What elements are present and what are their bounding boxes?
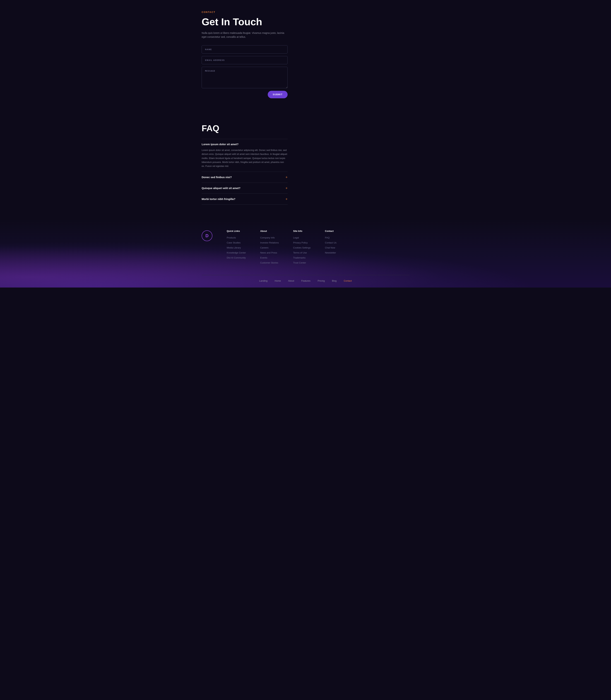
faq-question-row[interactable]: Donec sed finibus nisi?+ — [202, 176, 287, 179]
name-input[interactable] — [202, 45, 287, 54]
footer-link-item: News and Press — [260, 251, 279, 254]
footer-link-item: Investor Relations — [260, 241, 279, 244]
footer-bottom-nav-link[interactable]: Pricing — [318, 279, 325, 282]
footer-link-item: FAQ — [325, 236, 337, 239]
footer-link[interactable]: Company Info — [260, 236, 275, 239]
contact-description: Nulla quis lorem ut libero malesuada feu… — [202, 31, 287, 39]
faq-item: Morbi tortor nibh fringilla?+ — [202, 194, 287, 204]
faq-item: Quisque aliquet velit sit amet?+ — [202, 183, 287, 194]
footer-link-item: Media Library — [227, 246, 246, 249]
footer-link[interactable]: Knowledge Center — [227, 252, 246, 254]
footer-logo: D — [202, 230, 212, 241]
footer-link[interactable]: Contact Us — [325, 241, 337, 244]
footer-col: ContactFAQContact UsChat NowNewsletter — [325, 230, 337, 264]
footer-link[interactable]: Careers — [260, 246, 268, 249]
footer-top: D Quick LinksProductsCase StudiesMedia L… — [202, 230, 409, 264]
footer-link-item: Legal — [293, 236, 311, 239]
footer-link-item: Knowledge Center — [227, 251, 246, 254]
faq-item: Donec sed finibus nisi?+ — [202, 172, 287, 183]
contact-label: CONTACT — [202, 11, 409, 13]
faq-title: FAQ — [202, 123, 409, 133]
footer-link-item: Customer Stories — [260, 261, 279, 264]
footer-link[interactable]: Legal — [293, 236, 299, 239]
footer-link-item: Contact Us — [325, 241, 337, 244]
plus-icon: + — [285, 186, 287, 190]
contact-form: SUBMIT — [202, 45, 287, 98]
footer-link[interactable]: Divi AI Community — [227, 256, 246, 259]
faq-question-row[interactable]: Morbi tortor nibh fringilla?+ — [202, 197, 287, 201]
footer-link[interactable]: Case Studies — [227, 241, 240, 244]
footer-bottom-nav-link[interactable]: Home — [275, 279, 281, 282]
faq-question: Morbi tortor nibh fringilla? — [202, 197, 235, 200]
footer-logo-letter: D — [205, 233, 208, 238]
footer-link[interactable]: News and Press — [260, 252, 277, 254]
footer-link-item: Case Studies — [227, 241, 246, 244]
footer-link[interactable]: Chat Now — [325, 246, 335, 249]
footer-link-item: Trademarks — [293, 256, 311, 259]
footer-bottom-nav-link[interactable]: Contact — [344, 279, 352, 282]
footer-bottom-nav-link[interactable]: About — [288, 279, 294, 282]
faq-question-row[interactable]: Quisque aliquet velit sit amet?+ — [202, 186, 287, 190]
faq-question: Quisque aliquet velit sit amet? — [202, 186, 240, 189]
footer-bottom-nav: LandingHomeAboutFeaturesPricingBlogConta… — [202, 275, 409, 282]
message-textarea[interactable] — [202, 67, 287, 88]
footer-col-heading: About — [260, 230, 279, 232]
footer-col-heading: Quick Links — [227, 230, 246, 232]
footer-link-item: Careers — [260, 246, 279, 249]
footer-link-item: Privacy Policy — [293, 241, 311, 244]
footer-bottom-nav-link[interactable]: Blog — [332, 279, 337, 282]
footer-link-item: Company Info — [260, 236, 279, 239]
footer-bottom-nav-link[interactable]: Landing — [259, 279, 268, 282]
footer-link-item: Terms of Use — [293, 251, 311, 254]
footer-col: Site InfoLegalPrivacy PolicyCookies Sett… — [293, 230, 311, 264]
footer-col: AboutCompany InfoInvestor RelationsCaree… — [260, 230, 279, 264]
faq-question: Donec sed finibus nisi? — [202, 176, 232, 179]
footer-link[interactable]: Terms of Use — [293, 252, 307, 254]
footer-link[interactable]: Privacy Policy — [293, 241, 308, 244]
footer-link-item: Chat Now — [325, 246, 337, 249]
footer-col-heading: Site Info — [293, 230, 311, 232]
footer-link[interactable]: Investor Relations — [260, 241, 279, 244]
footer: D Quick LinksProductsCase StudiesMedia L… — [0, 219, 611, 288]
footer-link[interactable]: Customer Stories — [260, 261, 278, 264]
footer-link[interactable]: Trademarks — [293, 256, 306, 259]
plus-icon: + — [285, 176, 287, 179]
footer-columns: Quick LinksProductsCase StudiesMedia Lib… — [227, 230, 409, 264]
footer-link[interactable]: Newsletter — [325, 252, 336, 254]
contact-section: CONTACT Get In Touch Nulla quis lorem ut… — [202, 0, 409, 112]
faq-list: Lorem ipsum dolor sit amet?Lorem ipsum d… — [202, 139, 287, 204]
footer-link[interactable]: Events — [260, 256, 267, 259]
faq-question: Lorem ipsum dolor sit amet? — [202, 143, 239, 146]
plus-icon: + — [285, 197, 287, 201]
footer-link[interactable]: FAQ — [325, 236, 330, 239]
footer-link-item: Trust Center — [293, 261, 311, 264]
footer-col: Quick LinksProductsCase StudiesMedia Lib… — [227, 230, 246, 264]
faq-question-row[interactable]: Lorem ipsum dolor sit amet? — [202, 143, 287, 146]
email-input[interactable] — [202, 56, 287, 64]
footer-link-item: Newsletter — [325, 251, 337, 254]
faq-answer: Lorem ipsum dolor sit amet, consectetur … — [202, 148, 287, 168]
submit-button[interactable]: SUBMIT — [268, 91, 287, 98]
footer-link-item: Events — [260, 256, 279, 259]
footer-link[interactable]: Cookies Settings — [293, 246, 311, 249]
footer-bottom-nav-link[interactable]: Features — [301, 279, 311, 282]
footer-col-heading: Contact — [325, 230, 337, 232]
footer-link-item: Products — [227, 236, 246, 239]
faq-item: Lorem ipsum dolor sit amet?Lorem ipsum d… — [202, 139, 287, 172]
footer-link[interactable]: Trust Center — [293, 261, 306, 264]
footer-link[interactable]: Products — [227, 236, 236, 239]
contact-title: Get In Touch — [202, 16, 409, 27]
footer-link-item: Divi AI Community — [227, 256, 246, 259]
footer-link-item: Cookies Settings — [293, 246, 311, 249]
footer-link[interactable]: Media Library — [227, 246, 241, 249]
faq-section: FAQ Lorem ipsum dolor sit amet?Lorem ips… — [202, 112, 409, 219]
submit-btn-wrapper: SUBMIT — [202, 91, 287, 98]
